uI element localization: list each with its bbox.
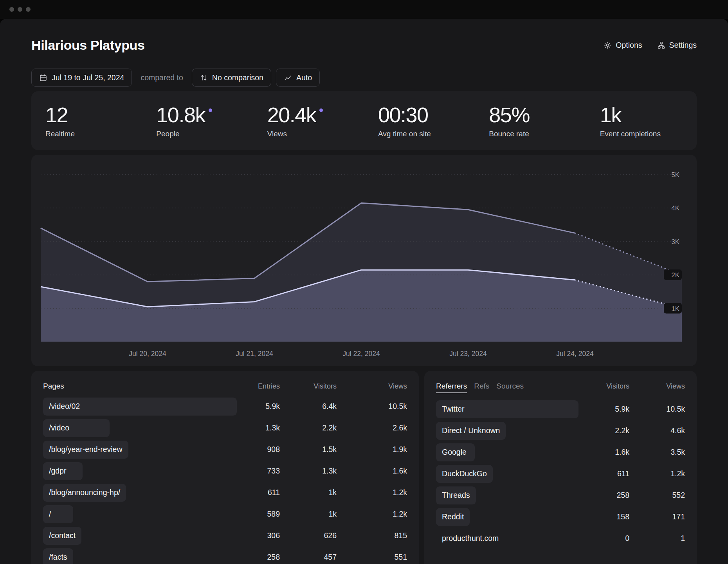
window-titlebar [0, 0, 728, 19]
row-bar: Threads [436, 486, 476, 504]
referrers-panel: Referrers Refs Sources Visitors Views Tw… [424, 371, 697, 564]
table-row[interactable]: Google1.6k3.5k [436, 443, 685, 461]
cell-views: 2.6k [337, 423, 407, 432]
scale-label: Auto [296, 73, 312, 82]
options-label: Options [616, 41, 642, 50]
cell-visitors: 1.5k [280, 445, 337, 454]
table-row[interactable]: /video/025.9k6.4k10.5k [43, 398, 407, 416]
date-range-label: Jul 19 to Jul 25, 2024 [52, 73, 124, 82]
tab-referrers[interactable]: Referrers [436, 382, 467, 393]
table-row[interactable]: Direct / Unknown2.2k4.6k [436, 422, 685, 440]
settings-button[interactable]: Settings [657, 41, 697, 50]
table-row[interactable]: /blog/announcing-hp/6111k1.2k [43, 484, 407, 502]
traffic-chart-svg: 1K2K3K4K5KJul 20, 2024Jul 21, 2024Jul 22… [31, 155, 697, 366]
row-label: DuckDuckGo [442, 469, 487, 478]
cell-views: 171 [629, 512, 685, 521]
cell-entries: 258 [237, 553, 280, 562]
row-label: /video/02 [49, 402, 80, 411]
cell-entries: 733 [237, 466, 280, 475]
x-axis-label: Jul 20, 2024 [129, 350, 166, 358]
cell-views: 1.6k [337, 466, 407, 475]
row-bar: Google [436, 443, 475, 461]
row-bar: /contact [43, 527, 81, 545]
row-label: Direct / Unknown [442, 426, 500, 435]
row-label: /video [49, 423, 69, 432]
row-label: /facts [49, 553, 67, 562]
stat-label: Views [267, 130, 364, 138]
row-bar: /video [43, 419, 110, 437]
stat-event-completions[interactable]: 1kEvent completions [586, 104, 697, 138]
table-row[interactable]: /facts258457551 [43, 548, 407, 564]
gear-icon [604, 41, 612, 49]
live-indicator-dot [319, 108, 323, 112]
table-row[interactable]: /video1.3k2.2k2.6k [43, 419, 407, 437]
cell-views: 3.5k [629, 448, 685, 457]
comparison-arrows-icon [200, 74, 208, 82]
row-bar: /gdpr [43, 462, 83, 480]
window-control-dot[interactable] [26, 7, 31, 12]
table-row[interactable]: /gdpr7331.3k1.6k [43, 462, 407, 480]
cell-entries: 1.3k [237, 423, 280, 432]
cell-entries: 589 [237, 510, 280, 519]
cell-visitors: 0 [578, 534, 629, 543]
table-row[interactable]: Twitter5.9k10.5k [436, 400, 685, 418]
cell-visitors: 5.9k [578, 405, 629, 414]
scale-button[interactable]: Auto [276, 69, 320, 87]
window-control-dot[interactable] [9, 7, 14, 12]
y-axis-label: 5K [671, 171, 679, 178]
stat-avg-time-on-site[interactable]: 00:30Avg time on site [364, 104, 475, 138]
comparison-button[interactable]: No comparison [192, 69, 271, 87]
table-row[interactable]: producthunt.com01 [436, 530, 685, 548]
cell-visitors: 6.4k [280, 402, 337, 411]
cell-entries: 908 [237, 445, 280, 454]
settings-label: Settings [669, 41, 697, 50]
date-range-button[interactable]: Jul 19 to Jul 25, 2024 [31, 69, 132, 87]
table-row[interactable]: /blog/year-end-review9081.5k1.9k [43, 441, 407, 459]
stat-label: Event completions [600, 130, 697, 138]
chart-line-icon [284, 74, 292, 82]
cell-visitors: 1k [280, 510, 337, 519]
tab-sources[interactable]: Sources [496, 382, 524, 390]
comparison-label: No comparison [212, 73, 263, 82]
row-label: Threads [442, 491, 470, 500]
y-axis-label: 3K [671, 238, 679, 245]
row-bar: /facts [43, 548, 73, 564]
window-control-dot[interactable] [18, 7, 22, 12]
row-label: Twitter [442, 405, 464, 414]
table-row[interactable]: /contact306626815 [43, 527, 407, 545]
y-axis-label: 1K [671, 305, 679, 312]
cell-views: 552 [629, 491, 685, 500]
stat-people[interactable]: 10.8kPeople [142, 104, 253, 138]
compared-to-label: compared to [141, 73, 183, 82]
stat-value: 10.8k [156, 104, 205, 126]
table-row[interactable]: /5891k1.2k [43, 505, 407, 523]
table-row[interactable]: DuckDuckGo6111.2k [436, 465, 685, 483]
cell-visitors: 258 [578, 491, 629, 500]
cell-visitors: 158 [578, 512, 629, 521]
row-label: / [49, 510, 51, 519]
stat-views[interactable]: 20.4kViews [253, 104, 364, 138]
stat-value: 20.4k [267, 104, 316, 126]
cell-entries: 5.9k [237, 402, 280, 411]
page-title: Hilarious Platypus [31, 38, 144, 53]
row-bar: producthunt.com [436, 530, 505, 548]
cell-visitors: 2.2k [280, 423, 337, 432]
stat-bounce-rate[interactable]: 85%Bounce rate [475, 104, 586, 138]
cell-views: 551 [337, 553, 407, 562]
row-bar: Twitter [436, 400, 578, 418]
stat-value: 00:30 [378, 104, 428, 126]
stat-realtime[interactable]: 12Realtime [31, 104, 142, 138]
row-bar: /video/02 [43, 398, 237, 416]
stat-label: Realtime [45, 130, 142, 138]
pages-panel: Pages Entries Visitors Views /video/025.… [31, 371, 419, 564]
row-label: Google [442, 448, 467, 457]
row-bar: /blog/year-end-review [43, 441, 128, 459]
tab-refs[interactable]: Refs [474, 382, 489, 390]
row-label: Reddit [442, 512, 464, 521]
table-row[interactable]: Threads258552 [436, 486, 685, 504]
table-row[interactable]: Reddit158171 [436, 508, 685, 526]
pages-panel-title: Pages [43, 382, 237, 390]
cell-visitors: 2.2k [578, 426, 629, 435]
stats-summary: 12Realtime10.8kPeople20.4kViews00:30Avg … [31, 91, 697, 150]
options-button[interactable]: Options [604, 41, 642, 50]
